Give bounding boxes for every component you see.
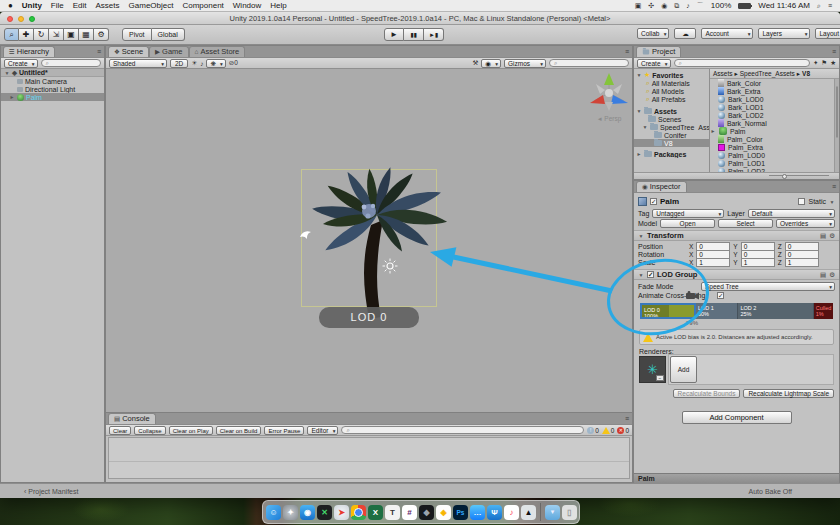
project-search-input[interactable]: ⌕ <box>674 59 810 67</box>
tab-asset-store[interactable]: ⌂ Asset Store <box>189 46 246 57</box>
model-select-button[interactable]: Select <box>718 219 773 228</box>
file-palm-extra[interactable]: Palm_Extra <box>710 143 834 151</box>
scale-tool-button[interactable]: ⇲ <box>49 28 64 41</box>
breadcrumb-v8[interactable]: V8 <box>802 70 810 77</box>
file-palm-lod1[interactable]: Palm_LOD1 <box>710 159 834 167</box>
scale-z-field[interactable]: 1 <box>785 258 819 267</box>
tree-packages[interactable]: ► Packages <box>634 150 709 158</box>
rect-tool-button[interactable]: ▣ <box>64 28 79 41</box>
custom-tool-button[interactable]: ⚙ <box>94 28 109 41</box>
spotlight-icon[interactable]: ⌕ <box>817 2 821 10</box>
tab-scene[interactable]: ❖ Scene <box>108 46 149 57</box>
scene-tools-icon[interactable]: ⚒ <box>473 59 479 67</box>
account-dropdown[interactable]: Account <box>701 28 753 39</box>
sun-gizmo-icon[interactable] <box>382 258 398 274</box>
menu-component[interactable]: Component <box>182 1 223 10</box>
hierarchy-search-input[interactable]: ⌕ <box>41 59 101 67</box>
preset-icon[interactable]: ▤ <box>820 271 826 279</box>
preview-pane-header[interactable]: Palm <box>634 473 839 483</box>
status-message[interactable]: ‹ Project Manifest <box>24 488 78 495</box>
palm-tree-model[interactable] <box>291 157 461 322</box>
static-dropdown-icon[interactable]: ▼ <box>829 199 835 205</box>
console-clear-on-build-button[interactable]: Clear on Build <box>216 426 262 435</box>
recalculate-bounds-button[interactable]: Recalculate Bounds <box>673 389 741 398</box>
breadcrumb[interactable]: Assets ▸ SpeedTree_Assets ▸ V8 <box>710 69 839 79</box>
search-by-label-icon[interactable]: ⚑ <box>821 59 827 67</box>
dock-launchpad-icon[interactable]: ✦ <box>283 505 298 520</box>
wifi-icon[interactable]: ⌒ <box>697 1 704 11</box>
transform-component-header[interactable]: ▼ Transform ▤ ⚙ <box>634 230 839 241</box>
breadcrumb-assets[interactable]: Assets <box>713 70 733 77</box>
layout-dropdown[interactable]: Layout <box>815 28 840 39</box>
file-bark-lod1[interactable]: Bark_LOD1 <box>710 103 834 111</box>
menu-edit[interactable]: Edit <box>73 1 87 10</box>
add-renderer-button[interactable]: Add <box>670 356 697 383</box>
airplay-icon[interactable]: ⧉ <box>674 2 679 10</box>
console-info-counter[interactable]: ! 0 <box>587 427 599 434</box>
notification-center-icon[interactable]: ≡ <box>828 2 832 9</box>
tree-v8[interactable]: V8 <box>634 139 709 147</box>
minimize-window-button[interactable] <box>18 16 24 22</box>
add-component-button[interactable]: Add Component <box>682 411 792 424</box>
dock-app-icon[interactable]: ✕ <box>317 505 332 520</box>
tree-all-models[interactable]: ⌕ All Models <box>634 87 709 95</box>
pivot-toggle[interactable]: Pivot <box>122 28 152 41</box>
dock-safari-icon[interactable]: ➤ <box>334 505 349 520</box>
active-checkbox[interactable]: ✓ <box>650 198 657 205</box>
console-search-input[interactable]: ⌕ <box>341 426 584 434</box>
dock-trash-icon[interactable]: ▯ <box>562 505 577 520</box>
menu-assets[interactable]: Assets <box>96 1 120 10</box>
tab-inspector[interactable]: ◉ Inspector <box>636 181 687 192</box>
scene-panel-menu-icon[interactable]: ≡ <box>625 48 629 55</box>
hierarchy-item-directional-light[interactable]: Directional Light <box>1 85 104 93</box>
step-button[interactable]: ►▮ <box>424 28 444 41</box>
eye-icon[interactable]: ◉ <box>661 2 667 10</box>
menu-clock[interactable]: Wed 11:46 AM <box>758 1 810 10</box>
project-zoom-slider[interactable] <box>634 172 839 179</box>
status-app-icon[interactable]: ▣ <box>635 2 642 10</box>
shading-mode-dropdown[interactable]: Shaded <box>109 59 167 68</box>
view-tool-button[interactable]: ⌕ <box>4 28 19 41</box>
favorites-filter-icon[interactable]: ★ <box>830 59 836 67</box>
console-editor-dropdown[interactable]: Editor <box>307 426 338 435</box>
lod-bar[interactable]: LOD 0 100% LOD 1 50% LOD 2 25% Culled 1% <box>640 303 833 319</box>
tag-dropdown[interactable]: Untagged <box>652 209 724 218</box>
file-palm-model[interactable]: ►Palm <box>710 127 834 135</box>
menu-gameobject[interactable]: GameObject <box>129 1 174 10</box>
file-bark-lod0[interactable]: Bark_LOD0 <box>710 95 834 103</box>
breadcrumb-speedtree[interactable]: SpeedTree_Assets <box>740 70 795 77</box>
zoom-window-button[interactable] <box>29 16 35 22</box>
scene-orientation-gizmo[interactable] <box>584 71 632 115</box>
console-collapse-button[interactable]: Collapse <box>134 426 165 435</box>
console-error-counter[interactable]: ✕ 0 <box>617 427 629 434</box>
dock-downloads-icon[interactable]: ▼ <box>545 505 560 520</box>
dock-sketch-icon[interactable]: ◈ <box>436 505 451 520</box>
window-title-bar[interactable]: Unity 2019.1.0a14 Personal - Untitled - … <box>0 12 840 25</box>
foldout-icon[interactable]: ► <box>710 128 716 134</box>
lod-preview-camera-icon[interactable] <box>686 291 700 300</box>
status-plugin-icon[interactable]: ✣ <box>648 2 654 10</box>
dock-excel-icon[interactable]: X <box>368 505 383 520</box>
dock-finder-icon[interactable]: ☺ <box>266 505 281 520</box>
animate-crossfade-checkbox[interactable]: ✓ <box>717 292 724 299</box>
transform-tool-button[interactable]: ▦ <box>79 28 94 41</box>
scale-y-field[interactable]: 1 <box>741 258 775 267</box>
file-bark-normal[interactable]: Bark_Normal <box>710 119 834 127</box>
foldout-icon[interactable]: ▼ <box>4 70 10 76</box>
2d-toggle[interactable]: 2D <box>170 59 188 68</box>
model-overrides-dropdown[interactable]: Overrides <box>776 219 835 228</box>
menu-file[interactable]: File <box>51 1 64 10</box>
console-panel-menu-icon[interactable]: ≡ <box>625 415 629 422</box>
apple-menu-icon[interactable]: ● <box>8 1 13 10</box>
tree-all-prefabs[interactable]: ⌕ All Prefabs <box>634 95 709 103</box>
lod-group-enabled-checkbox[interactable]: ✓ <box>647 271 654 278</box>
model-open-button[interactable]: Open <box>660 219 715 228</box>
close-window-button[interactable] <box>7 16 13 22</box>
remove-renderer-button[interactable]: − <box>656 375 664 381</box>
tab-hierarchy[interactable]: ☰ Hierarchy <box>3 46 55 57</box>
console-log-area[interactable] <box>108 437 630 479</box>
culled-segment[interactable]: Culled 1% <box>814 303 833 319</box>
preset-icon[interactable]: ▤ <box>820 232 826 240</box>
scene-visibility-toggle[interactable]: ⊘0 <box>229 59 238 67</box>
dock-facetime-icon[interactable]: ◉ <box>300 505 315 520</box>
